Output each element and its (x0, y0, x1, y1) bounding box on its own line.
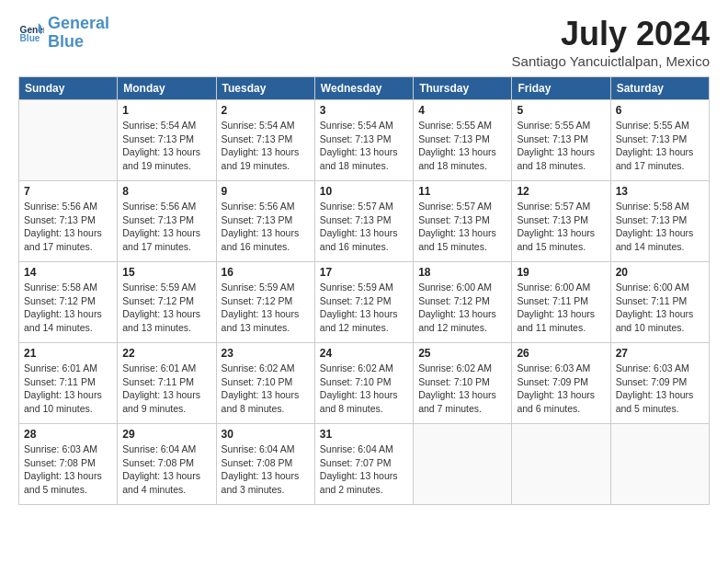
calendar-cell: 23Sunrise: 6:02 AMSunset: 7:10 PMDayligh… (216, 343, 314, 424)
week-row-2: 7Sunrise: 5:56 AMSunset: 7:13 PMDaylight… (19, 181, 710, 262)
day-number: 19 (517, 266, 605, 279)
day-info: Sunrise: 5:55 AMSunset: 7:13 PMDaylight:… (616, 119, 704, 173)
day-number: 3 (320, 104, 408, 117)
day-info: Sunrise: 5:57 AMSunset: 7:13 PMDaylight:… (418, 200, 506, 254)
day-info: Sunrise: 6:01 AMSunset: 7:11 PMDaylight:… (24, 362, 112, 416)
weekday-tuesday: Tuesday (216, 77, 314, 100)
svg-text:Blue: Blue (20, 33, 40, 43)
day-info: Sunrise: 5:54 AMSunset: 7:13 PMDaylight:… (320, 119, 408, 173)
calendar-cell: 28Sunrise: 6:03 AMSunset: 7:08 PMDayligh… (19, 424, 118, 505)
calendar-cell: 26Sunrise: 6:03 AMSunset: 7:09 PMDayligh… (512, 343, 610, 424)
day-number: 28 (24, 428, 112, 441)
week-row-3: 14Sunrise: 5:58 AMSunset: 7:12 PMDayligh… (19, 262, 710, 343)
day-info: Sunrise: 5:57 AMSunset: 7:13 PMDaylight:… (320, 200, 408, 254)
month-title: July 2024 (512, 15, 710, 53)
day-info: Sunrise: 5:55 AMSunset: 7:13 PMDaylight:… (418, 119, 506, 173)
day-number: 5 (517, 104, 605, 117)
calendar-cell: 25Sunrise: 6:02 AMSunset: 7:10 PMDayligh… (414, 343, 512, 424)
day-number: 14 (24, 266, 112, 279)
week-row-5: 28Sunrise: 6:03 AMSunset: 7:08 PMDayligh… (19, 424, 710, 505)
logo-line1: General (48, 14, 109, 32)
day-info: Sunrise: 5:56 AMSunset: 7:13 PMDaylight:… (222, 200, 310, 254)
day-info: Sunrise: 5:56 AMSunset: 7:13 PMDaylight:… (24, 200, 112, 254)
day-info: Sunrise: 6:03 AMSunset: 7:09 PMDaylight:… (616, 362, 704, 416)
day-info: Sunrise: 6:04 AMSunset: 7:07 PMDaylight:… (320, 442, 408, 497)
calendar-cell: 7Sunrise: 5:56 AMSunset: 7:13 PMDaylight… (19, 181, 118, 262)
calendar-cell: 10Sunrise: 5:57 AMSunset: 7:13 PMDayligh… (314, 181, 413, 262)
day-info: Sunrise: 6:00 AMSunset: 7:11 PMDaylight:… (517, 281, 605, 335)
day-number: 11 (418, 185, 506, 198)
day-info: Sunrise: 5:58 AMSunset: 7:13 PMDaylight:… (616, 200, 704, 254)
day-info: Sunrise: 5:59 AMSunset: 7:12 PMDaylight:… (320, 281, 408, 335)
day-number: 25 (418, 347, 506, 360)
calendar-cell: 22Sunrise: 6:01 AMSunset: 7:11 PMDayligh… (118, 343, 216, 424)
day-number: 30 (222, 428, 310, 441)
calendar-cell (414, 424, 512, 505)
calendar-table: SundayMondayTuesdayWednesdayThursdayFrid… (18, 76, 710, 505)
day-number: 29 (122, 428, 210, 441)
day-number: 26 (517, 347, 605, 360)
day-number: 10 (320, 185, 408, 198)
day-number: 13 (616, 185, 704, 198)
weekday-friday: Friday (512, 77, 610, 100)
calendar-cell: 14Sunrise: 5:58 AMSunset: 7:12 PMDayligh… (19, 262, 118, 343)
calendar-cell: 11Sunrise: 5:57 AMSunset: 7:13 PMDayligh… (414, 181, 512, 262)
day-info: Sunrise: 6:04 AMSunset: 7:08 PMDaylight:… (222, 442, 310, 497)
calendar-cell (512, 424, 610, 505)
day-info: Sunrise: 5:59 AMSunset: 7:12 PMDaylight:… (122, 281, 210, 335)
day-number: 23 (222, 347, 310, 360)
title-block: July 2024 Santiago Yancuictlalpan, Mexic… (512, 15, 710, 69)
day-number: 2 (222, 104, 310, 117)
day-info: Sunrise: 5:58 AMSunset: 7:12 PMDaylight:… (24, 281, 112, 335)
day-number: 17 (320, 266, 408, 279)
week-row-4: 21Sunrise: 6:01 AMSunset: 7:11 PMDayligh… (19, 343, 710, 424)
logo-line2: Blue (48, 32, 84, 51)
calendar-cell: 19Sunrise: 6:00 AMSunset: 7:11 PMDayligh… (512, 262, 610, 343)
calendar-cell: 27Sunrise: 6:03 AMSunset: 7:09 PMDayligh… (610, 343, 709, 424)
calendar-cell: 17Sunrise: 5:59 AMSunset: 7:12 PMDayligh… (314, 262, 413, 343)
day-number: 18 (418, 266, 506, 279)
day-info: Sunrise: 5:54 AMSunset: 7:13 PMDaylight:… (222, 119, 310, 173)
day-info: Sunrise: 6:03 AMSunset: 7:09 PMDaylight:… (517, 362, 605, 416)
day-number: 20 (616, 266, 704, 279)
calendar-cell: 1Sunrise: 5:54 AMSunset: 7:13 PMDaylight… (118, 100, 216, 181)
weekday-wednesday: Wednesday (314, 77, 413, 100)
day-info: Sunrise: 5:54 AMSunset: 7:13 PMDaylight:… (122, 119, 210, 173)
calendar-cell: 21Sunrise: 6:01 AMSunset: 7:11 PMDayligh… (19, 343, 118, 424)
day-info: Sunrise: 6:02 AMSunset: 7:10 PMDaylight:… (418, 362, 506, 416)
day-info: Sunrise: 5:57 AMSunset: 7:13 PMDaylight:… (517, 200, 605, 254)
day-info: Sunrise: 5:55 AMSunset: 7:13 PMDaylight:… (517, 119, 605, 173)
day-info: Sunrise: 6:00 AMSunset: 7:12 PMDaylight:… (418, 281, 506, 335)
calendar-cell: 8Sunrise: 5:56 AMSunset: 7:13 PMDaylight… (118, 181, 216, 262)
calendar-cell: 30Sunrise: 6:04 AMSunset: 7:08 PMDayligh… (216, 424, 314, 505)
weekday-monday: Monday (118, 77, 216, 100)
day-info: Sunrise: 6:01 AMSunset: 7:11 PMDaylight:… (122, 362, 210, 416)
logo: General Blue General Blue (18, 15, 109, 52)
calendar-cell: 3Sunrise: 5:54 AMSunset: 7:13 PMDaylight… (314, 100, 413, 181)
day-number: 21 (24, 347, 112, 360)
day-number: 22 (122, 347, 210, 360)
calendar-cell: 16Sunrise: 5:59 AMSunset: 7:12 PMDayligh… (216, 262, 314, 343)
calendar-cell: 29Sunrise: 6:04 AMSunset: 7:08 PMDayligh… (118, 424, 216, 505)
day-info: Sunrise: 6:04 AMSunset: 7:08 PMDaylight:… (122, 442, 210, 497)
weekday-header-row: SundayMondayTuesdayWednesdayThursdayFrid… (19, 77, 710, 100)
logo-text: General Blue (48, 15, 109, 52)
day-number: 27 (616, 347, 704, 360)
day-number: 16 (222, 266, 310, 279)
logo-icon: General Blue (18, 20, 44, 46)
location-subtitle: Santiago Yancuictlalpan, Mexico (512, 53, 710, 69)
calendar-cell: 5Sunrise: 5:55 AMSunset: 7:13 PMDaylight… (512, 100, 610, 181)
calendar-cell (19, 100, 118, 181)
calendar-cell: 20Sunrise: 6:00 AMSunset: 7:11 PMDayligh… (610, 262, 709, 343)
day-number: 9 (222, 185, 310, 198)
day-number: 4 (418, 104, 506, 117)
calendar-cell (610, 424, 709, 505)
weekday-saturday: Saturday (610, 77, 709, 100)
day-info: Sunrise: 5:59 AMSunset: 7:12 PMDaylight:… (222, 281, 310, 335)
calendar-cell: 15Sunrise: 5:59 AMSunset: 7:12 PMDayligh… (118, 262, 216, 343)
calendar-cell: 13Sunrise: 5:58 AMSunset: 7:13 PMDayligh… (610, 181, 709, 262)
day-info: Sunrise: 6:02 AMSunset: 7:10 PMDaylight:… (320, 362, 408, 416)
calendar-cell: 9Sunrise: 5:56 AMSunset: 7:13 PMDaylight… (216, 181, 314, 262)
calendar-cell: 18Sunrise: 6:00 AMSunset: 7:12 PMDayligh… (414, 262, 512, 343)
weekday-sunday: Sunday (19, 77, 118, 100)
